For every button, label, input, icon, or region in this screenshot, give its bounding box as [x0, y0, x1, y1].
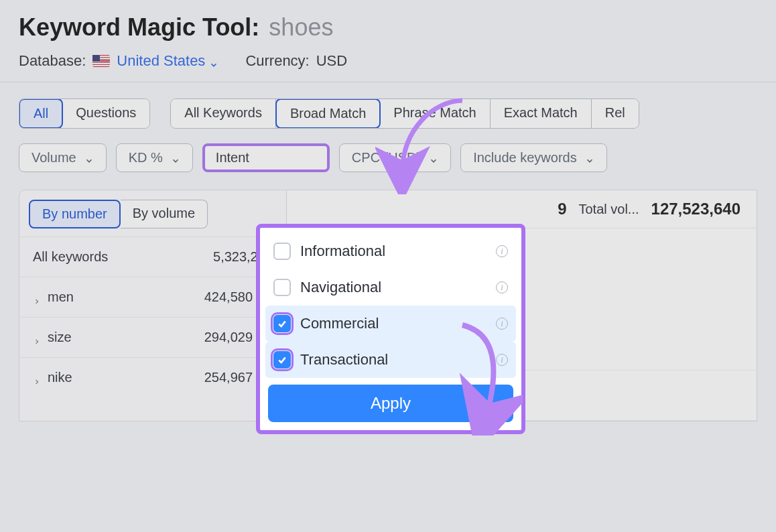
checkbox[interactable] — [273, 243, 291, 260]
group-count: 294,029 — [204, 330, 253, 345]
total-volume-label: Total vol... — [578, 202, 639, 217]
group-count: 424,580 — [204, 289, 253, 305]
checkbox-checked[interactable] — [273, 351, 291, 369]
info-icon[interactable]: i — [496, 245, 508, 257]
tab-questions[interactable]: Questions — [62, 99, 149, 128]
intent-label: Transactional — [300, 351, 487, 369]
database-value: United States — [117, 52, 205, 70]
filter-volume[interactable]: Volume — [19, 143, 107, 172]
page-header: Keyword Magic Tool: shoes Database: Unit… — [0, 0, 776, 82]
chevron-down-icon — [84, 153, 94, 163]
info-icon[interactable]: i — [496, 281, 508, 293]
all-keywords-label: All keywords — [33, 249, 108, 265]
filter-intent[interactable]: Intent — [202, 143, 330, 172]
intent-dropdown: Informational i Navigational i Commercia… — [256, 224, 525, 434]
database-label: Database: — [19, 52, 86, 70]
apply-button[interactable]: Apply — [268, 385, 513, 422]
intent-option-navigational[interactable]: Navigational i — [265, 269, 516, 306]
currency-value: USD — [316, 52, 347, 70]
group-keyword: size — [48, 330, 72, 345]
chevron-right-icon — [33, 374, 41, 382]
flag-us-icon — [92, 55, 110, 67]
page-title-keyword: shoes — [269, 13, 333, 42]
database-selector[interactable]: Database: United States — [19, 52, 218, 70]
group-count: 254,967 — [204, 370, 253, 385]
group-keyword: nike — [48, 370, 72, 385]
total-volume-value: 127,523,640 — [651, 200, 740, 218]
filter-cpc-label: CPC (USD) — [352, 150, 421, 165]
side-row-all-keywords[interactable]: All keywords 5,323,289 — [19, 237, 286, 277]
filter-volume-label: Volume — [31, 150, 76, 165]
chevron-down-icon — [585, 153, 594, 163]
filter-cpc[interactable]: CPC (USD) — [339, 143, 451, 172]
intent-option-transactional[interactable]: Transactional i — [265, 342, 516, 378]
filter-intent-label: Intent — [216, 150, 249, 165]
intent-label: Informational — [300, 243, 487, 260]
tab-broad-match[interactable]: Broad Match — [275, 98, 381, 129]
filter-kd-label: KD % — [129, 150, 163, 165]
currency-label: Currency: — [245, 52, 309, 70]
side-tab-by-number[interactable]: By number — [29, 200, 121, 228]
checkbox[interactable] — [273, 279, 291, 296]
intent-option-informational[interactable]: Informational i — [265, 233, 516, 269]
side-tab-by-volume[interactable]: By volume — [121, 200, 208, 228]
keyword-groups-panel: By number By volume All keywords 5,323,2… — [19, 190, 287, 421]
tab-all-keywords[interactable]: All Keywords — [171, 99, 276, 128]
chevron-right-icon — [33, 334, 41, 342]
tab-related[interactable]: Rel — [592, 99, 639, 128]
filter-kd[interactable]: KD % — [116, 143, 193, 172]
intent-label: Navigational — [300, 279, 487, 296]
side-row[interactable]: men 424,580 — [19, 277, 286, 317]
currency-display: Currency: USD — [245, 52, 347, 70]
tab-all[interactable]: All — [19, 98, 63, 129]
filter-include-keywords[interactable]: Include keywords — [460, 143, 607, 172]
tab-group-match: All Keywords Broad Match Phrase Match Ex… — [170, 98, 639, 129]
filter-include-label: Include keywords — [473, 150, 577, 165]
partial-count: 9 — [558, 200, 566, 218]
tab-phrase-match[interactable]: Phrase Match — [380, 99, 490, 128]
page-title: Keyword Magic Tool: — [19, 13, 259, 42]
info-icon[interactable]: i — [496, 354, 508, 366]
intent-label: Commercial — [300, 315, 487, 332]
chevron-right-icon — [33, 293, 41, 302]
checkbox-checked[interactable] — [273, 315, 291, 332]
tab-group-type: All Questions — [19, 98, 150, 129]
chevron-down-icon — [209, 56, 218, 66]
chevron-down-icon — [171, 153, 180, 163]
group-keyword: men — [48, 289, 74, 305]
tab-exact-match[interactable]: Exact Match — [491, 99, 592, 128]
intent-option-commercial[interactable]: Commercial i — [265, 306, 516, 342]
chevron-down-icon — [429, 153, 438, 163]
side-row[interactable]: nike 254,967 — [19, 357, 286, 397]
info-icon[interactable]: i — [496, 318, 508, 330]
side-row[interactable]: size 294,029 — [19, 317, 286, 357]
